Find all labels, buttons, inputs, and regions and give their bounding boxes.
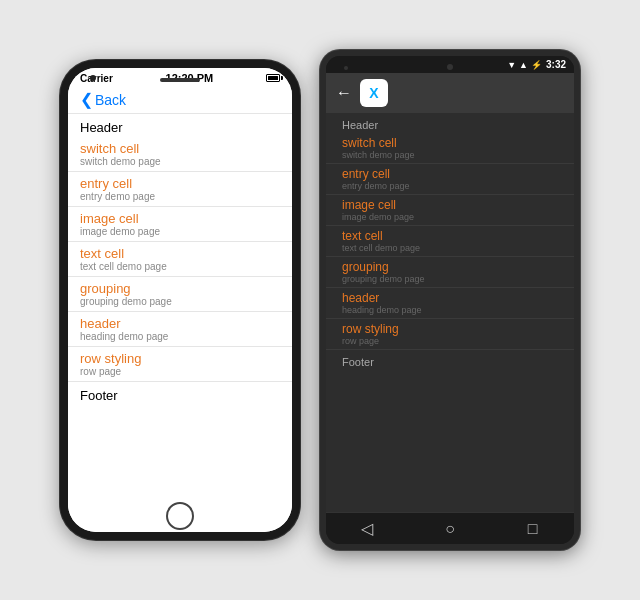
ios-list: switch cell switch demo page entry cell … xyxy=(68,137,292,382)
chevron-left-icon: ❮ xyxy=(80,90,93,109)
iphone-home-button[interactable] xyxy=(166,502,194,530)
ios-section-header: Header xyxy=(68,114,292,137)
ios-footer: Footer xyxy=(68,382,292,405)
android-list-item[interactable]: header heading demo page xyxy=(326,288,574,319)
android-item-subtitle: heading demo page xyxy=(342,305,558,315)
ios-nav-bar: ❮ Back xyxy=(68,86,292,114)
ios-item-subtitle: heading demo page xyxy=(80,331,280,342)
android-list-item[interactable]: entry cell entry demo page xyxy=(326,164,574,195)
android-app-icon: X xyxy=(360,79,388,107)
android-list-item[interactable]: row styling row page xyxy=(326,319,574,350)
ios-back-button[interactable]: ❮ Back xyxy=(80,90,280,109)
ios-item-subtitle: grouping demo page xyxy=(80,296,280,307)
android-time: 3:32 xyxy=(546,59,566,70)
ios-carrier: Carrier xyxy=(80,73,113,84)
ios-list-item[interactable]: switch cell switch demo page xyxy=(68,137,292,172)
iphone-camera xyxy=(90,75,96,81)
android-wifi-icon: ▲ xyxy=(519,60,528,70)
ios-item-title: grouping xyxy=(80,281,280,296)
android-recents-nav[interactable]: □ xyxy=(518,520,548,538)
android-list-item[interactable]: image cell image demo page xyxy=(326,195,574,226)
android-item-subtitle: text cell demo page xyxy=(342,243,558,253)
android-section-header: Header xyxy=(326,113,574,133)
ios-item-title: switch cell xyxy=(80,141,280,156)
ios-content: Header switch cell switch demo page entr… xyxy=(68,114,292,532)
ios-list-item[interactable]: grouping grouping demo page xyxy=(68,277,292,312)
android-device: ▼ ▲ ⚡ 3:32 ← X Header switch cell switch… xyxy=(320,50,580,550)
android-content: Header switch cell switch demo page entr… xyxy=(326,113,574,512)
ios-item-subtitle: image demo page xyxy=(80,226,280,237)
ios-list-item[interactable]: entry cell entry demo page xyxy=(68,172,292,207)
android-item-subtitle: grouping demo page xyxy=(342,274,558,284)
android-list-item[interactable]: text cell text cell demo page xyxy=(326,226,574,257)
android-toolbar: ← X xyxy=(326,73,574,113)
ios-list-item[interactable]: row styling row page xyxy=(68,347,292,382)
android-item-subtitle: row page xyxy=(342,336,558,346)
android-back-nav[interactable]: ◁ xyxy=(352,519,382,538)
android-status-icons: ▼ ▲ ⚡ xyxy=(507,60,542,70)
android-item-subtitle: switch demo page xyxy=(342,150,558,160)
ios-list-item[interactable]: header heading demo page xyxy=(68,312,292,347)
android-item-subtitle: entry demo page xyxy=(342,181,558,191)
android-battery-icon: ⚡ xyxy=(531,60,542,70)
android-camera xyxy=(447,64,453,70)
iphone-device: Carrier 12:20 PM ❮ Back Header switch ce… xyxy=(60,60,300,540)
android-signal-icon: ▼ xyxy=(507,60,516,70)
ios-item-title: image cell xyxy=(80,211,280,226)
android-item-subtitle: image demo page xyxy=(342,212,558,222)
ios-item-subtitle: entry demo page xyxy=(80,191,280,202)
ios-item-subtitle: row page xyxy=(80,366,280,377)
android-footer: Footer xyxy=(326,350,574,370)
ios-item-title: entry cell xyxy=(80,176,280,191)
android-speaker xyxy=(344,66,348,70)
iphone-speaker xyxy=(160,78,200,82)
ios-item-subtitle: switch demo page xyxy=(80,156,280,167)
android-back-button[interactable]: ← xyxy=(336,84,352,102)
android-list-item[interactable]: grouping grouping demo page xyxy=(326,257,574,288)
android-item-title: text cell xyxy=(342,229,558,243)
ios-list-item[interactable]: image cell image demo page xyxy=(68,207,292,242)
ios-item-title: header xyxy=(80,316,280,331)
android-item-title: header xyxy=(342,291,558,305)
android-nav-bar: ◁ ○ □ xyxy=(326,512,574,544)
ios-item-subtitle: text cell demo page xyxy=(80,261,280,272)
android-item-title: switch cell xyxy=(342,136,558,150)
android-item-title: row styling xyxy=(342,322,558,336)
android-home-nav[interactable]: ○ xyxy=(435,520,465,538)
ios-list-item[interactable]: text cell text cell demo page xyxy=(68,242,292,277)
ios-item-title: row styling xyxy=(80,351,280,366)
android-list: switch cell switch demo page entry cell … xyxy=(326,133,574,350)
ios-item-title: text cell xyxy=(80,246,280,261)
android-item-title: grouping xyxy=(342,260,558,274)
android-app-icon-label: X xyxy=(369,85,378,101)
ios-battery-icon xyxy=(266,74,280,82)
android-item-title: image cell xyxy=(342,198,558,212)
android-list-item[interactable]: switch cell switch demo page xyxy=(326,133,574,164)
ios-back-label: Back xyxy=(95,92,126,108)
android-item-title: entry cell xyxy=(342,167,558,181)
ios-status-bar: Carrier 12:20 PM xyxy=(68,68,292,86)
